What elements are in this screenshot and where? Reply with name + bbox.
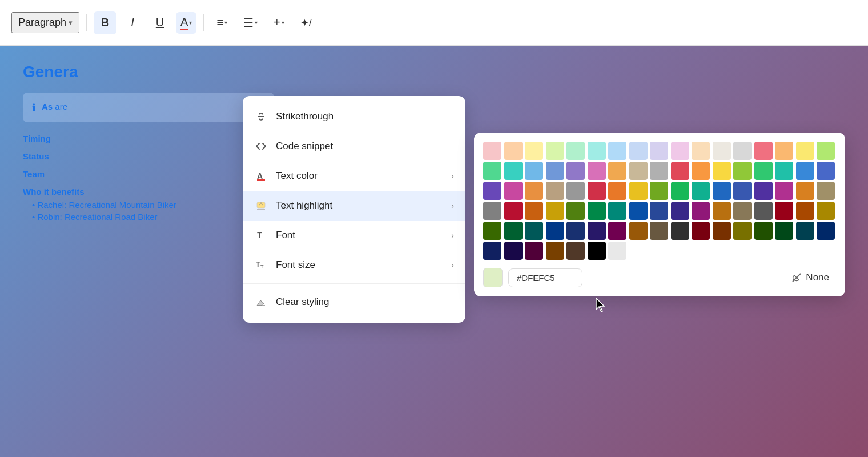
color-swatch[interactable] bbox=[713, 142, 731, 160]
color-swatch[interactable] bbox=[817, 222, 835, 240]
color-swatch[interactable] bbox=[588, 182, 606, 200]
menu-item-font-size[interactable]: T T Font size › bbox=[243, 250, 465, 280]
color-swatch[interactable] bbox=[754, 182, 773, 200]
list-button[interactable]: ☰ ▾ bbox=[238, 13, 263, 33]
color-swatch[interactable] bbox=[566, 142, 585, 160]
color-swatch[interactable] bbox=[671, 202, 689, 220]
color-swatch[interactable] bbox=[733, 162, 752, 180]
color-swatch[interactable] bbox=[775, 202, 793, 220]
color-swatch[interactable] bbox=[588, 142, 606, 160]
color-swatch[interactable] bbox=[504, 142, 523, 160]
color-swatch[interactable] bbox=[629, 182, 648, 200]
color-swatch[interactable] bbox=[671, 142, 689, 160]
menu-item-font[interactable]: T Font › bbox=[243, 221, 465, 250]
color-swatch[interactable] bbox=[504, 202, 523, 220]
color-swatch[interactable] bbox=[650, 202, 668, 220]
color-swatch[interactable] bbox=[754, 222, 773, 240]
color-swatch[interactable] bbox=[504, 182, 523, 200]
color-swatch[interactable] bbox=[588, 162, 606, 180]
color-swatch[interactable] bbox=[713, 162, 731, 180]
color-swatch[interactable] bbox=[692, 162, 710, 180]
color-swatch[interactable] bbox=[754, 202, 773, 220]
color-swatch[interactable] bbox=[608, 242, 626, 260]
magic-button[interactable]: ✦/ bbox=[295, 13, 318, 33]
color-swatch[interactable] bbox=[671, 222, 689, 240]
color-swatch[interactable] bbox=[546, 202, 564, 220]
color-swatch[interactable] bbox=[504, 222, 523, 240]
color-swatch[interactable] bbox=[566, 242, 585, 260]
paragraph-dropdown[interactable]: Paragraph ▾ bbox=[11, 12, 79, 33]
color-swatch[interactable] bbox=[629, 162, 648, 180]
color-swatch[interactable] bbox=[629, 222, 648, 240]
color-swatch[interactable] bbox=[754, 162, 773, 180]
color-swatch[interactable] bbox=[775, 142, 793, 160]
color-swatch[interactable] bbox=[817, 142, 835, 160]
color-swatch[interactable] bbox=[546, 142, 564, 160]
color-swatch[interactable] bbox=[692, 202, 710, 220]
color-swatch[interactable] bbox=[775, 222, 793, 240]
color-swatch[interactable] bbox=[650, 222, 668, 240]
color-swatch[interactable] bbox=[588, 242, 606, 260]
color-swatch[interactable] bbox=[525, 182, 543, 200]
color-swatch[interactable] bbox=[754, 142, 773, 160]
color-swatch[interactable] bbox=[733, 182, 752, 200]
color-swatch[interactable] bbox=[483, 162, 501, 180]
color-swatch[interactable] bbox=[671, 182, 689, 200]
color-swatch[interactable] bbox=[650, 162, 668, 180]
color-swatch[interactable] bbox=[483, 142, 501, 160]
color-swatch[interactable] bbox=[566, 182, 585, 200]
menu-item-strikethrough[interactable]: Strikethrough bbox=[243, 102, 465, 131]
color-swatch[interactable] bbox=[483, 202, 501, 220]
color-swatch[interactable] bbox=[588, 202, 606, 220]
underline-button[interactable]: U bbox=[148, 11, 171, 34]
color-swatch[interactable] bbox=[713, 202, 731, 220]
color-swatch[interactable] bbox=[525, 242, 543, 260]
color-swatch[interactable] bbox=[733, 202, 752, 220]
color-swatch[interactable] bbox=[566, 162, 585, 180]
color-swatch[interactable] bbox=[504, 242, 523, 260]
color-swatch[interactable] bbox=[796, 162, 814, 180]
color-swatch[interactable] bbox=[525, 162, 543, 180]
color-swatch[interactable] bbox=[546, 222, 564, 240]
color-swatch[interactable] bbox=[629, 202, 648, 220]
color-swatch[interactable] bbox=[713, 222, 731, 240]
color-none-button[interactable]: None bbox=[784, 268, 836, 287]
color-swatch[interactable] bbox=[775, 182, 793, 200]
menu-item-text-color[interactable]: A Text color › bbox=[243, 161, 465, 191]
color-swatch[interactable] bbox=[546, 162, 564, 180]
color-swatch[interactable] bbox=[775, 162, 793, 180]
color-swatch[interactable] bbox=[483, 242, 501, 260]
color-swatch[interactable] bbox=[796, 202, 814, 220]
color-swatch[interactable] bbox=[796, 182, 814, 200]
color-swatch[interactable] bbox=[504, 162, 523, 180]
color-swatch[interactable] bbox=[608, 142, 626, 160]
color-swatch[interactable] bbox=[817, 202, 835, 220]
bold-button[interactable]: B bbox=[94, 11, 116, 34]
color-swatch[interactable] bbox=[713, 182, 731, 200]
color-swatch[interactable] bbox=[692, 182, 710, 200]
color-swatch[interactable] bbox=[817, 182, 835, 200]
color-swatch[interactable] bbox=[650, 142, 668, 160]
color-swatch[interactable] bbox=[546, 182, 564, 200]
color-swatch[interactable] bbox=[817, 162, 835, 180]
color-swatch[interactable] bbox=[566, 222, 585, 240]
color-swatch[interactable] bbox=[525, 142, 543, 160]
align-button[interactable]: ≡ ▾ bbox=[211, 13, 233, 33]
color-swatch[interactable] bbox=[546, 242, 564, 260]
color-swatch[interactable] bbox=[796, 222, 814, 240]
color-swatch[interactable] bbox=[733, 142, 752, 160]
color-swatch[interactable] bbox=[629, 142, 648, 160]
color-swatch[interactable] bbox=[692, 222, 710, 240]
color-swatch[interactable] bbox=[566, 202, 585, 220]
menu-item-code-snippet[interactable]: Code snippet bbox=[243, 131, 465, 161]
color-hex-input[interactable] bbox=[508, 268, 582, 287]
color-swatch[interactable] bbox=[525, 222, 543, 240]
color-swatch[interactable] bbox=[692, 142, 710, 160]
color-swatch[interactable] bbox=[650, 182, 668, 200]
menu-item-text-highlight[interactable]: Text highlight › bbox=[243, 191, 465, 221]
color-swatch[interactable] bbox=[671, 162, 689, 180]
color-swatch[interactable] bbox=[483, 222, 501, 240]
menu-item-clear-styling[interactable]: Clear styling bbox=[243, 287, 465, 317]
color-swatch[interactable] bbox=[608, 182, 626, 200]
italic-button[interactable]: I bbox=[121, 11, 144, 34]
